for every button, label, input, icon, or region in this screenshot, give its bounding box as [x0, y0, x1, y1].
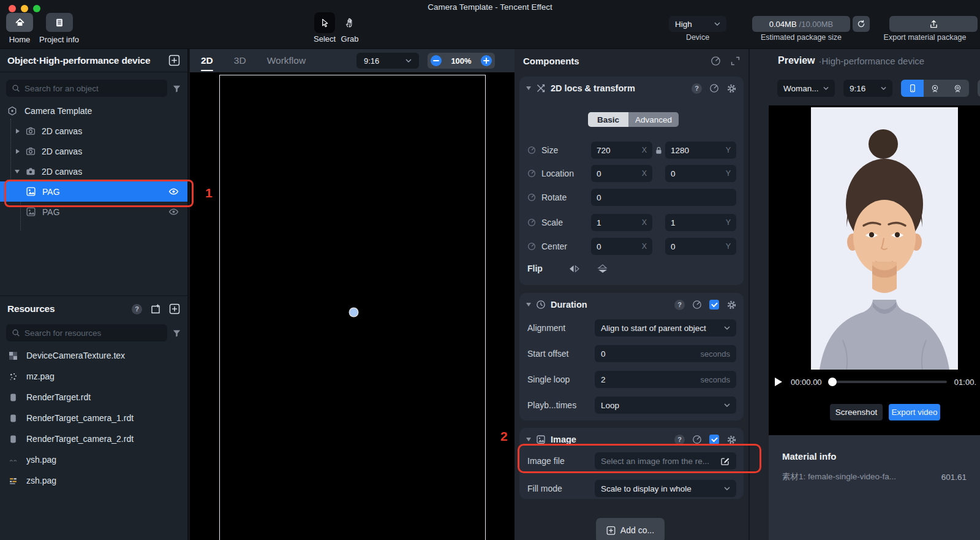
tree-item-2d-canvas-3[interactable]: 2D canvas [0, 161, 187, 181]
reset-all-icon[interactable] [710, 56, 721, 66]
tree-item-pag-2[interactable]: PAG [0, 202, 187, 222]
enabled-checkbox[interactable] [709, 300, 719, 310]
lock-icon[interactable] [655, 146, 662, 154]
resource-item[interactable]: DeviceCameraTexture.tex [0, 345, 187, 366]
project-info-button[interactable]: Project info [39, 13, 79, 44]
canvas-viewport-frame[interactable] [219, 75, 486, 540]
tab-3d[interactable]: 3D [234, 55, 246, 66]
flip-vertical-icon[interactable] [597, 264, 609, 273]
home-button[interactable]: Home [6, 13, 33, 44]
tree-item-pag-selected[interactable]: PAG [0, 181, 187, 202]
gear-icon[interactable] [726, 83, 737, 94]
tab-workflow[interactable]: Workflow [267, 55, 306, 66]
single-loop-input[interactable]: 2 seconds [595, 371, 736, 388]
expander-collapsed-icon[interactable] [16, 129, 20, 134]
reset-icon[interactable] [692, 300, 702, 310]
resource-item[interactable]: RenderTarget_camera_2.rdt [0, 428, 187, 449]
reset-field-icon[interactable] [527, 242, 536, 251]
image-section-header[interactable]: Image [519, 428, 744, 451]
import-resource-button[interactable] [150, 303, 161, 314]
playback-times-dropdown[interactable]: Loop [595, 397, 736, 414]
filter-icon[interactable] [172, 329, 181, 338]
canvas-anchor-point[interactable] [350, 308, 358, 316]
preview-aspect-dropdown[interactable]: 9:16 [843, 80, 892, 97]
expander-expanded-icon[interactable] [15, 170, 20, 173]
center-x-input[interactable]: 0X [591, 238, 652, 255]
help-icon[interactable] [674, 300, 685, 310]
transform-section-header[interactable]: 2D locs & transform [519, 77, 744, 100]
reset-icon[interactable] [709, 83, 719, 93]
resources-search-field[interactable] [24, 329, 162, 338]
reset-field-icon[interactable] [527, 169, 536, 178]
webcam2-preview-button[interactable] [946, 80, 969, 97]
gear-icon[interactable] [726, 435, 737, 445]
section-expanded-icon[interactable] [526, 438, 531, 441]
reset-icon[interactable] [692, 435, 702, 444]
resource-item[interactable]: RenderTarget_camera_1.rdt [0, 408, 187, 428]
edit-icon[interactable] [720, 456, 730, 466]
help-icon[interactable] [692, 83, 702, 94]
resource-item[interactable]: mz.pag [0, 366, 187, 387]
alignment-dropdown[interactable]: Align to start of parent object [595, 319, 736, 337]
enabled-checkbox[interactable] [709, 435, 719, 444]
filter-icon[interactable] [172, 84, 181, 93]
duration-section-header[interactable]: Duration [519, 293, 744, 316]
help-icon[interactable] [674, 435, 685, 445]
advanced-tab[interactable]: Advanced [628, 112, 679, 127]
playback-slider[interactable] [829, 381, 947, 383]
size-y-input[interactable]: 1280Y [665, 142, 736, 159]
resources-search-input[interactable] [6, 324, 167, 341]
export-package-button[interactable] [889, 16, 978, 32]
resource-item[interactable]: ysh.pag [0, 449, 187, 470]
gear-icon[interactable] [726, 300, 737, 310]
scale-x-input[interactable]: 1X [591, 214, 652, 231]
screenshot-button[interactable]: Screenshot [830, 404, 883, 420]
device-quality-dropdown[interactable]: High [669, 16, 726, 32]
tree-item-camera-template[interactable]: Camera Template [0, 101, 187, 121]
resource-item[interactable]: RenderTarget.rdt [0, 387, 187, 408]
fill-mode-dropdown[interactable]: Scale to display in whole [595, 480, 736, 497]
section-expanded-icon[interactable] [526, 303, 531, 306]
aspect-ratio-dropdown[interactable]: 9:16 [356, 53, 419, 69]
tree-item-2d-canvas-2[interactable]: 2D canvas [0, 141, 187, 161]
start-offset-input[interactable]: 0 seconds [595, 345, 736, 362]
refresh-package-button[interactable] [853, 16, 870, 32]
zoom-in-button[interactable] [481, 55, 492, 66]
tree-item-2d-canvas-1[interactable]: 2D canvas [0, 121, 187, 141]
select-tool-button[interactable]: Select [314, 12, 336, 44]
add-resource-button[interactable] [169, 303, 180, 314]
size-x-input[interactable]: 720X [591, 142, 652, 159]
webcam-preview-button[interactable] [924, 80, 946, 97]
scale-y-input[interactable]: 1Y [665, 214, 736, 231]
collapse-panel-icon[interactable] [731, 56, 740, 66]
zoom-out-button[interactable] [431, 55, 442, 66]
section-expanded-icon[interactable] [526, 86, 531, 90]
flip-horizontal-icon[interactable] [568, 264, 581, 273]
object-search-input[interactable] [6, 80, 167, 97]
reset-field-icon[interactable] [527, 218, 536, 227]
export-video-button[interactable]: Export video [889, 404, 940, 420]
visibility-eye-icon[interactable] [168, 186, 179, 197]
rotate-input[interactable]: 0 [591, 189, 736, 206]
location-y-input[interactable]: 0Y [665, 165, 736, 182]
image-file-picker[interactable]: Select an image from the re... [595, 452, 736, 470]
visibility-eye-icon[interactable] [168, 207, 179, 217]
model-dropdown[interactable]: Woman... [777, 80, 835, 97]
phone-preview-button[interactable] [901, 80, 924, 97]
resource-item[interactable]: zsh.pag [0, 470, 187, 491]
help-icon[interactable] [132, 304, 142, 314]
preview-refresh-button[interactable] [978, 80, 980, 97]
play-icon[interactable] [775, 378, 782, 386]
location-x-input[interactable]: 0X [591, 165, 652, 182]
center-y-input[interactable]: 0Y [665, 238, 736, 255]
reset-field-icon[interactable] [527, 146, 536, 154]
add-object-button[interactable] [168, 55, 180, 66]
reset-field-icon[interactable] [527, 193, 536, 202]
object-search-field[interactable] [24, 84, 162, 93]
grab-tool-button[interactable]: Grab [341, 12, 359, 44]
add-component-button[interactable]: Add co... [596, 518, 665, 540]
expander-collapsed-icon[interactable] [16, 149, 20, 154]
playback-slider-thumb[interactable] [828, 378, 837, 386]
tab-2d[interactable]: 2D [201, 55, 213, 66]
basic-tab[interactable]: Basic [588, 112, 628, 127]
